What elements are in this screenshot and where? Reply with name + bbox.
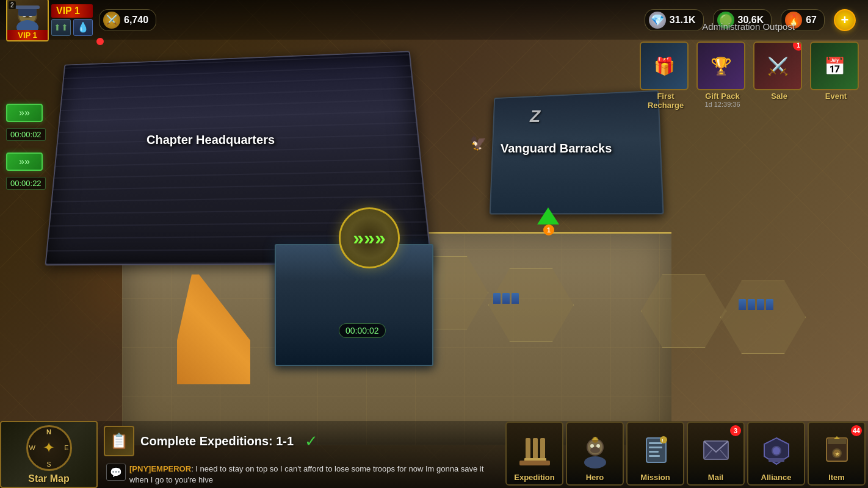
event-image: 📅 — [810, 41, 859, 90]
svg-rect-33 — [769, 458, 784, 462]
vip-badge: VIP 1 — [7, 30, 48, 40]
expedition-button[interactable]: Expedition — [505, 422, 563, 486]
event-label: Event — [810, 92, 862, 101]
alliance-icon — [758, 432, 795, 472]
speed-arrows-1: »» — [6, 104, 43, 122]
hero-button[interactable]: Hero — [566, 422, 624, 486]
gift-pack-icon: 🏆 — [698, 43, 744, 89]
first-recharge-item[interactable]: 🎁 First Recharge — [640, 41, 692, 110]
center-timer: 00:00:02 — [339, 323, 386, 338]
timer-2: 00:00:22 — [6, 177, 46, 190]
gift-pack-item[interactable]: 🏆 Gift Pack 1d 12:39:36 — [696, 41, 748, 110]
first-recharge-label: First Recharge — [640, 92, 692, 110]
svg-rect-22 — [649, 442, 662, 444]
center-speed-button[interactable]: »»» — [339, 207, 400, 268]
compass-icon: N S E W — [26, 425, 72, 471]
mail-icon — [698, 432, 734, 472]
svg-rect-25 — [649, 455, 660, 457]
add-resources-button[interactable]: + — [834, 9, 856, 31]
gift-pack-timer: 1d 12:39:36 — [696, 101, 748, 108]
silver-resource: 💎 31.1K — [645, 9, 704, 31]
svg-text:!: ! — [662, 438, 664, 443]
gift-pack-image: 🏆 — [696, 41, 745, 90]
swords-value: 6,740 — [124, 15, 148, 26]
expedition-label: Expedition — [514, 473, 554, 482]
sale-badge: 1 — [793, 41, 802, 51]
svg-rect-7 — [15, 5, 40, 9]
sleep-indicator: Z — [530, 107, 540, 126]
hero-icon — [577, 432, 613, 472]
alliance-button[interactable]: Alliance — [747, 422, 805, 486]
svg-rect-12 — [519, 461, 550, 465]
bottom-navigation: Expedition Hero — [505, 421, 868, 488]
sale-icon: ⚔️ — [754, 43, 801, 89]
player-level: 2 — [9, 1, 16, 9]
item-button[interactable]: ★ Item 44 — [808, 422, 866, 486]
mission-icon: ! — [637, 432, 674, 472]
svg-point-26 — [660, 436, 667, 443]
svg-point-16 — [596, 444, 600, 448]
player-icon-1[interactable]: ⬆⬆ — [51, 19, 71, 36]
svg-rect-8 — [526, 438, 530, 459]
silver-value: 31.1K — [670, 15, 696, 26]
item-badge: 44 — [851, 425, 862, 436]
svg-point-32 — [773, 447, 780, 454]
mail-button[interactable]: Mail 3 — [687, 422, 745, 486]
player-icons: ⬆⬆ 💧 — [51, 19, 93, 36]
quest-icon: 📋 — [104, 426, 134, 456]
mission-button[interactable]: ! Mission — [626, 422, 684, 486]
first-recharge-image: 🎁 — [640, 41, 689, 90]
quest-checkmark: ✓ — [305, 432, 318, 451]
silver-icon: 💎 — [649, 12, 666, 29]
gift-pack-label: Gift Pack — [696, 92, 748, 101]
sale-label: Sale — [753, 92, 805, 101]
swords-resource: ⚔️ 6,740 — [99, 9, 156, 31]
expedition-icon — [516, 432, 553, 472]
chat-icon[interactable]: 💬 — [106, 464, 126, 481]
compass-n: N — [46, 428, 51, 436]
svg-text:★: ★ — [835, 451, 840, 457]
vip-text: VIP 1 — [51, 4, 93, 18]
barracks-badge: 1 — [543, 224, 554, 235]
speed-btn-2[interactable]: »» — [6, 152, 43, 171]
soldiers-group — [493, 293, 519, 304]
mail-badge: 3 — [730, 425, 741, 436]
barracks-arrow — [537, 207, 559, 224]
player-avatar[interactable]: VIP 1 2 — [6, 0, 49, 41]
icon-1-symbol: ⬆⬆ — [54, 23, 68, 32]
vip-notification-dot — [96, 38, 104, 45]
admin-outpost-label: Administration Outpost — [702, 21, 795, 32]
chat-text: [PNY]EMPEROR: I need to stay on top so I… — [129, 464, 497, 488]
first-recharge-icon: 🎁 — [641, 43, 687, 89]
item-label: Item — [828, 473, 845, 482]
mission-label: Mission — [640, 473, 670, 482]
hq-emblem: 🦅 — [470, 135, 486, 151]
fire-value: 67 — [806, 15, 817, 26]
chat-area: 💬 [PNY]EMPEROR: I need to stay on top so… — [104, 464, 499, 488]
shop-items: 🎁 First Recharge 🏆 Gift Pack 1d 12:39:36… — [640, 41, 862, 110]
player-icon-2[interactable]: 💧 — [73, 19, 93, 36]
speed-btn-1[interactable]: »» — [6, 104, 43, 122]
compass-s: S — [46, 461, 51, 468]
alliance-label: Alliance — [761, 473, 792, 482]
quest-bar[interactable]: 📋 Complete Expeditions: 1-1 ✓ — [104, 426, 499, 456]
svg-rect-23 — [649, 447, 662, 448]
chat-username-1: [PNY]EMPEROR — [129, 464, 191, 473]
svg-rect-24 — [649, 451, 659, 453]
speed-arrows-2: »» — [6, 152, 43, 171]
star-map-button[interactable]: N S E W Star Map — [0, 421, 98, 488]
bottom-bar: N S E W Star Map 📋 Complete Expeditions:… — [0, 421, 868, 488]
svg-point-17 — [590, 447, 600, 453]
svg-rect-9 — [533, 438, 538, 459]
svg-rect-10 — [540, 438, 545, 459]
sale-item[interactable]: ⚔️ 1 Sale — [753, 41, 805, 110]
icon-2-symbol: 💧 — [77, 21, 89, 33]
compass-w: W — [29, 444, 35, 451]
quest-chat-area: 📋 Complete Expeditions: 1-1 ✓ 💬 [PNY]EMP… — [98, 421, 505, 488]
svg-point-18 — [584, 456, 606, 468]
timer-1: 00:00:02 — [6, 128, 46, 141]
svg-rect-36 — [828, 439, 846, 444]
event-item[interactable]: 📅 Event — [810, 41, 862, 110]
star-map-label: Star Map — [28, 473, 70, 484]
hero-label: Hero — [586, 473, 604, 482]
